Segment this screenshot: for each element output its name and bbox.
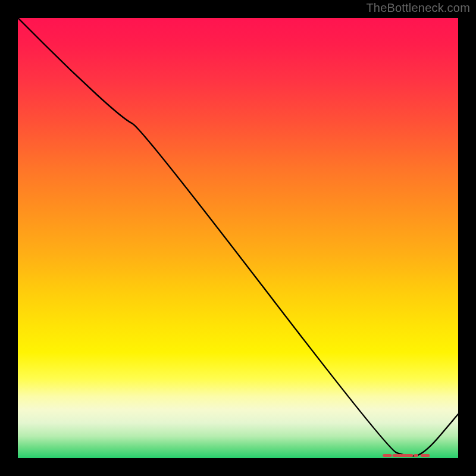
curve-line [18, 18, 458, 456]
chart-stage: TheBottleneck.com [0, 0, 476, 476]
watermark-text: TheBottleneck.com [366, 1, 470, 15]
plot-area [18, 18, 458, 458]
chart-overlay [18, 18, 458, 458]
